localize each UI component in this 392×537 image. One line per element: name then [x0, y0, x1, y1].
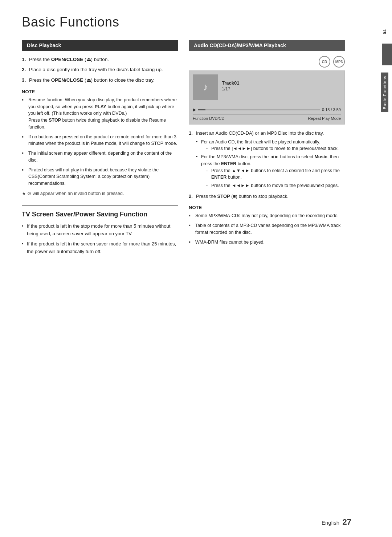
note-label: NOTE — [22, 89, 178, 94]
audio-sub-1: For an Audio CD, the first track will be… — [196, 139, 345, 152]
audio-sub-1-dash: Press the |◄◄►►| buttons to move to the … — [206, 145, 345, 152]
audio-sub-1-sub: Press the |◄◄►►| buttons to move to the … — [206, 145, 345, 152]
audio-sub-2: For the MP3/WMA disc, press the ◄► butto… — [196, 154, 345, 189]
footer-page-number: 27 — [343, 517, 351, 526]
disc-note-box: NOTE Resume function: When you stop disc… — [22, 89, 178, 196]
audio-notes: Some MP3/WMA-CDs may not play, depending… — [189, 212, 345, 245]
sidebar-chapter: 04 — [383, 29, 387, 34]
disc-playback-steps: 1. Press the OPEN/CLOSE (⏏) button. 2. P… — [22, 56, 178, 84]
music-icon: ♪ — [193, 74, 218, 100]
player-screen: ♪ Track01 1/17 ▶ 0:15 / 3:59 — [189, 70, 345, 125]
left-column: Disc Playback 1. Press the OPEN/CLOSE (⏏… — [22, 40, 178, 259]
play-icon: ▶ — [193, 107, 196, 112]
disc-note-3: The initial screen may appear different,… — [22, 150, 178, 164]
main-content: Basic Functions Disc Playback 1. Press t… — [0, 0, 377, 537]
progress-fill — [198, 109, 205, 110]
track-name: Track01 — [222, 80, 341, 86]
progress-bar-area: ▶ 0:15 / 3:59 — [193, 107, 341, 112]
time-display: 0:15 / 3:59 — [322, 107, 341, 112]
cd-icon: CD — [319, 56, 330, 68]
tv-bullet-1: If the product is left in the stop mode … — [22, 223, 178, 238]
player-footer-right: Repeat Play Mode — [308, 116, 341, 121]
page-title: Basic Functions — [22, 15, 359, 30]
audio-note-3: WMA-DRM files cannot be played. — [189, 239, 345, 246]
right-sidebar: 04 Basic Functions — [377, 0, 392, 537]
cd-icons: CD MP3 — [189, 56, 345, 68]
tv-bullet-list: If the product is left in the stop mode … — [22, 223, 178, 256]
disc-note-2: If no buttons are pressed on the product… — [22, 134, 178, 147]
player-screen-inner: ♪ Track01 1/17 — [193, 74, 341, 100]
disc-playback-header: Disc Playback — [22, 40, 178, 51]
audio-sub-2-dash-1: Press the ▲▼◄► buttons to select a desir… — [206, 167, 345, 181]
audio-note-1: Some MP3/WMA-CDs may not play, depending… — [189, 212, 345, 219]
page-content: Basic Functions Disc Playback 1. Press t… — [0, 0, 392, 537]
tv-screen-saver-section: TV Screen Saver/Power Saving Function If… — [22, 205, 178, 256]
sidebar-label: Basic Functions — [381, 73, 388, 112]
step-3: 3. Press the OPEN/CLOSE (⏏) button to cl… — [22, 77, 178, 84]
track-info: Track01 1/17 — [222, 80, 341, 94]
sidebar-accent — [382, 44, 392, 65]
tv-section-title: TV Screen Saver/Power Saving Function — [22, 211, 178, 218]
star-note: ★ ⊘ will appear when an invalid button i… — [22, 191, 178, 196]
disc-note-1: Resume function: When you stop disc play… — [22, 97, 178, 131]
audio-step-1-sub: For an Audio CD, the first track will be… — [196, 139, 345, 189]
audio-cd-ol: 1. Insert an Audio CD(CD-DA) or an MP3 D… — [189, 130, 345, 200]
right-column: Audio CD(CD-DA)/MP3/WMA Playback CD MP3 … — [189, 40, 345, 259]
mp3-icon: MP3 — [333, 56, 345, 68]
disc-notes: Resume function: When you stop disc play… — [22, 97, 178, 187]
tv-bullet-2: If the product is left in the screen sav… — [22, 240, 178, 256]
footer-language: English — [322, 520, 339, 526]
audio-note-2: Table of contents of a MP3-CD varies dep… — [189, 222, 345, 236]
disc-playback-section: Disc Playback 1. Press the OPEN/CLOSE (⏏… — [22, 40, 178, 196]
disc-note-4: Pirated discs will not play in this prod… — [22, 167, 178, 187]
audio-step-2: 2. Press the STOP (■) button to stop pla… — [189, 193, 345, 200]
progress-bar — [198, 109, 320, 110]
page-footer: English 27 — [322, 517, 351, 527]
audio-note-box: NOTE Some MP3/WMA-CDs may not play, depe… — [189, 205, 345, 245]
step-1: 1. Press the OPEN/CLOSE (⏏) button. — [22, 56, 178, 63]
two-column-layout: Disc Playback 1. Press the OPEN/CLOSE (⏏… — [22, 40, 359, 259]
track-num: 1/17 — [222, 86, 341, 91]
audio-sub-2-dash-2: Press the ◄◄►► buttons to move to the pr… — [206, 182, 345, 189]
player-footer-left: Function DVD/CD — [193, 116, 224, 121]
audio-cd-header: Audio CD(CD-DA)/MP3/WMA Playback — [189, 40, 345, 51]
audio-cd-steps: 1. Insert an Audio CD(CD-DA) or an MP3 D… — [189, 130, 345, 245]
audio-sub-2-sub: Press the ▲▼◄► buttons to select a desir… — [206, 167, 345, 189]
player-footer: Function DVD/CD Repeat Play Mode — [193, 114, 341, 121]
step-2: 2. Place a disc gently into the tray wit… — [22, 66, 178, 73]
audio-step-1: 1. Insert an Audio CD(CD-DA) or an MP3 D… — [189, 130, 345, 189]
audio-note-label: NOTE — [189, 205, 345, 210]
